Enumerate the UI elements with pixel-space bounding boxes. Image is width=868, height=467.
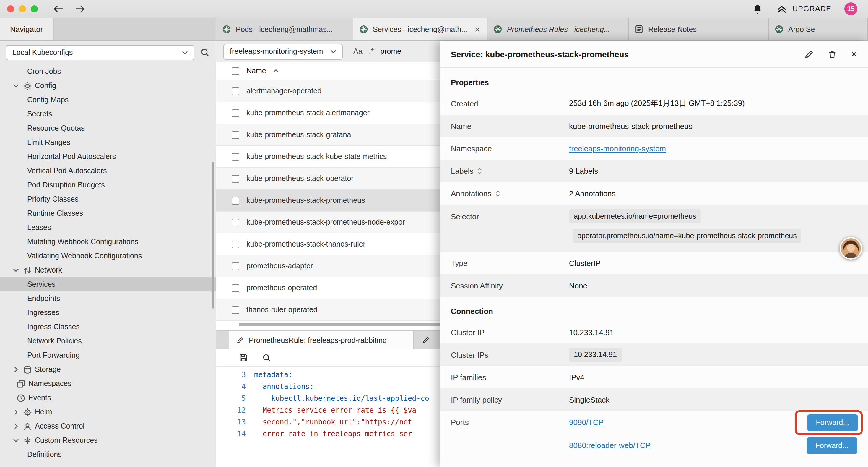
- service-name-cell: alertmanager-operated: [246, 87, 321, 95]
- sidebar-item-ingresses[interactable]: Ingresses: [0, 305, 216, 320]
- row-checkbox[interactable]: [231, 87, 239, 95]
- tab-argo[interactable]: Argo Se: [769, 18, 868, 40]
- annotations-row: Annotations 2 Annotations: [440, 182, 868, 205]
- row-checkbox[interactable]: [231, 131, 239, 139]
- chevron-down-icon: [330, 50, 336, 53]
- sidebar-item-cron-jobs[interactable]: Cron Jobs: [0, 64, 216, 79]
- sidebar-item-secrets[interactable]: Secrets: [0, 107, 216, 121]
- connection-section-title: Connection: [440, 297, 868, 321]
- forward-port-8080-button[interactable]: Forward...: [806, 437, 857, 454]
- chevron-down-icon: [13, 84, 19, 87]
- network-icon: [23, 266, 32, 274]
- helm-icon: [23, 408, 32, 416]
- dock-tab-prometheusrule[interactable]: PrometheusRule: freeleaps-prod-rabbitmq: [229, 331, 414, 349]
- tab-pods[interactable]: Pods - icecheng@mathmas...: [216, 18, 353, 40]
- forward-icon[interactable]: [75, 5, 85, 13]
- sidebar-item-network[interactable]: Network: [0, 263, 216, 277]
- row-checkbox[interactable]: [231, 197, 239, 204]
- sidebar-item-network-policies[interactable]: Network Policies: [0, 334, 216, 348]
- sidebar-item-priority-classes[interactable]: Priority Classes: [0, 192, 216, 206]
- expand-collapse-icon[interactable]: [495, 189, 500, 197]
- minimize-window-button[interactable]: [19, 5, 26, 12]
- close-icon[interactable]: ×: [851, 49, 857, 60]
- port-9090-link[interactable]: 9090/TCP: [569, 418, 603, 427]
- row-checkbox[interactable]: [231, 175, 239, 182]
- name-column-header[interactable]: Name: [246, 67, 266, 75]
- sidebar-item-ingress-classes[interactable]: Ingress Classes: [0, 320, 216, 334]
- tab-prometheus-rules[interactable]: Prometheus Rules - icecheng...: [488, 18, 629, 40]
- name-row: Name kube-prometheus-stack-prometheus: [440, 115, 868, 137]
- sidebar-item-endpoints[interactable]: Endpoints: [0, 291, 216, 305]
- sidebar-item-label: Pod Disruption Budgets: [27, 181, 105, 189]
- search-input[interactable]: prome: [380, 47, 401, 56]
- sidebar-item-label: Namespaces: [28, 380, 71, 388]
- edit-pencil-icon[interactable]: [804, 49, 814, 59]
- delete-trash-icon[interactable]: [828, 49, 837, 59]
- sidebar-item-port-forwarding[interactable]: Port Forwarding: [0, 348, 216, 362]
- sidebar-item-mutating-webhook-configurations[interactable]: Mutating Webhook Configurations: [0, 235, 216, 249]
- sidebar-item-definitions[interactable]: Definitions: [0, 447, 216, 462]
- sidebar-item-label: Runtime Classes: [27, 209, 83, 217]
- sidebar-scrollbar[interactable]: [212, 162, 215, 309]
- kubeconfig-select[interactable]: Local Kubeconfigs: [6, 45, 194, 60]
- match-case-toggle[interactable]: Aa: [353, 47, 363, 56]
- upgrade-button[interactable]: UPGRADE: [776, 4, 831, 13]
- sidebar-item-limit-ranges[interactable]: Limit Ranges: [0, 135, 216, 150]
- row-checkbox[interactable]: [231, 240, 239, 248]
- sidebar-item-resource-quotas[interactable]: Resource Quotas: [0, 121, 216, 135]
- sidebar-item-events[interactable]: Events: [0, 391, 216, 405]
- avatar-image: [841, 238, 861, 258]
- notifications-bell-icon[interactable]: [752, 3, 763, 14]
- service-name-cell: thanos-ruler-operated: [246, 305, 317, 314]
- sidebar-item-label: Resource Quotas: [27, 124, 85, 133]
- sidebar-item-validating-webhook-configurations[interactable]: Validating Webhook Configurations: [0, 249, 216, 263]
- namespace-filter-select[interactable]: freeleaps-monitoring-system: [223, 43, 343, 59]
- regex-toggle[interactable]: .*: [369, 47, 374, 56]
- sidebar-item-runtime-classes[interactable]: Runtime Classes: [0, 206, 216, 221]
- sidebar-item-pod-disruption-budgets[interactable]: Pod Disruption Budgets: [0, 178, 216, 192]
- sidebar-item-storage[interactable]: Storage: [0, 362, 216, 377]
- select-all-checkbox[interactable]: [231, 67, 239, 75]
- row-checkbox[interactable]: [231, 284, 239, 292]
- sidebar-item-helm[interactable]: Helm: [0, 405, 216, 419]
- row-checkbox[interactable]: [231, 306, 239, 314]
- sidebar-item-horizontal-pod-autoscalers[interactable]: Horizontal Pod Autoscalers: [0, 150, 216, 164]
- row-checkbox[interactable]: [231, 109, 239, 117]
- tab-release-notes[interactable]: Release Notes: [629, 18, 769, 40]
- search-icon[interactable]: [200, 48, 210, 57]
- sidebar-item-config[interactable]: Config: [0, 79, 216, 93]
- close-window-button[interactable]: [7, 5, 14, 12]
- line-number: 12: [216, 404, 254, 416]
- sidebar-item-namespaces[interactable]: Namespaces: [0, 377, 216, 391]
- tab-label: Argo Se: [788, 25, 862, 33]
- close-tab-icon[interactable]: ×: [473, 24, 481, 34]
- ip-families-label: IP families: [451, 373, 569, 382]
- sidebar-item-custom-resources[interactable]: Custom Resources: [0, 433, 216, 447]
- sidebar-item-leases[interactable]: Leases: [0, 221, 216, 235]
- search-icon[interactable]: [262, 353, 271, 362]
- row-checkbox[interactable]: [231, 153, 239, 160]
- sort-ascending-icon[interactable]: [273, 69, 279, 73]
- window-controls: [7, 5, 38, 12]
- sidebar-item-config-maps[interactable]: Config Maps: [0, 93, 216, 107]
- tab-label: Pods - icecheng@mathmas...: [236, 25, 347, 33]
- notification-count-badge[interactable]: 15: [844, 2, 857, 16]
- service-details-drawer: Service: kube-prometheus-stack-prometheu…: [440, 41, 868, 467]
- tab-services[interactable]: Services - icecheng@math... ×: [353, 18, 488, 40]
- zoom-window-button[interactable]: [31, 5, 38, 12]
- forward-port-9090-button[interactable]: Forward...: [807, 414, 858, 431]
- sidebar-item-access-control[interactable]: Access Control: [0, 419, 216, 433]
- sidebar-item-vertical-pod-autoscalers[interactable]: Vertical Pod Autoscalers: [0, 164, 216, 178]
- back-icon[interactable]: [53, 5, 63, 13]
- row-checkbox[interactable]: [231, 218, 239, 226]
- save-icon[interactable]: [239, 353, 248, 362]
- row-checkbox[interactable]: [231, 262, 239, 270]
- expand-collapse-icon[interactable]: [477, 167, 483, 175]
- sidebar-item-services[interactable]: Services: [0, 277, 216, 291]
- namespace-link[interactable]: freeleaps-monitoring-system: [569, 144, 666, 153]
- tab-label: Services - icecheng@math...: [373, 25, 469, 33]
- navigator-panel-tab[interactable]: Navigator: [0, 18, 54, 40]
- labels-value: 9 Labels: [569, 167, 857, 175]
- avatar[interactable]: [840, 237, 862, 260]
- port-8080-link[interactable]: 8080:reloader-web/TCP: [569, 441, 651, 450]
